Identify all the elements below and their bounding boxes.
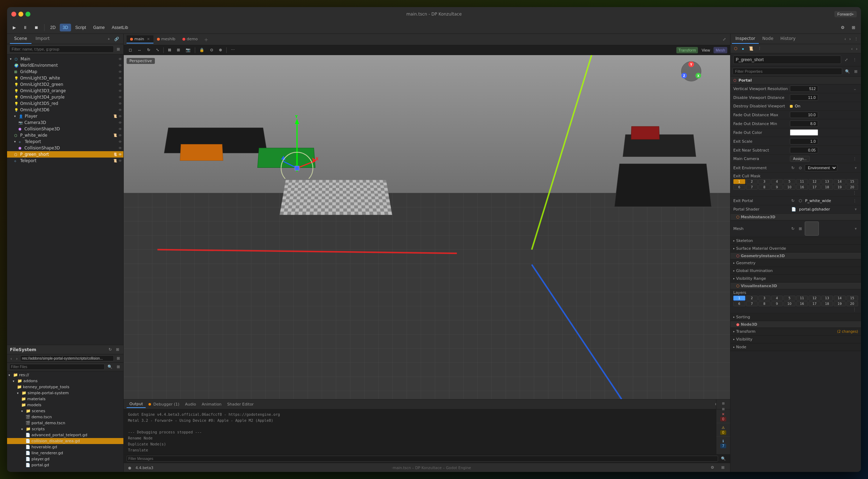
visibility-icon[interactable]: 👁	[118, 76, 122, 80]
fs-item-portaldemo[interactable]: 🎬 portal_demo.tscn	[7, 420, 123, 426]
visibility-icon[interactable]: 👁	[118, 89, 122, 93]
close-button[interactable]	[11, 12, 16, 17]
tab-history[interactable]: History	[777, 34, 799, 44]
prop-more-btn[interactable]: ▾	[853, 207, 858, 212]
tab-import[interactable]: Import	[31, 34, 54, 44]
visibility-icon[interactable]: 👁	[118, 140, 122, 144]
visibility-icon[interactable]: 👁	[118, 64, 122, 67]
layer-8[interactable]: 8	[758, 301, 770, 306]
fs-item-materials[interactable]: 📁 materials	[7, 396, 123, 402]
env-open-btn[interactable]: ⊙	[797, 165, 803, 171]
prop-more-btn[interactable]: ⋮	[851, 190, 858, 195]
inspector-icon-script[interactable]: 📜	[747, 46, 755, 52]
visibility-icon[interactable]: 👁	[118, 95, 122, 99]
cull-cell-3[interactable]: 3	[758, 179, 770, 184]
tree-item-omni4[interactable]: 💡 OmniLight3D4_purple 👁	[7, 94, 123, 100]
toggle-on[interactable]: On	[790, 104, 858, 108]
fs-back-btn[interactable]: ‹	[9, 356, 13, 361]
fs-copy-btn[interactable]: ⊞	[115, 355, 121, 361]
visibility-icon[interactable]: 👁	[118, 121, 122, 125]
console-tab-output[interactable]: Output	[127, 401, 146, 408]
visibility-icon[interactable]: 👁	[118, 70, 122, 74]
vp-rotate-btn[interactable]: ↻	[145, 47, 152, 53]
assetlib-button[interactable]: AssetLib	[109, 24, 131, 31]
fs-item-models[interactable]: 📁 models	[7, 402, 123, 408]
vp-grid-btn[interactable]: ⊞	[175, 47, 182, 53]
inspector-back2-btn[interactable]: ‹	[850, 46, 854, 52]
cull-cell-15[interactable]: 15	[846, 179, 858, 184]
cull-cell-9[interactable]: 9	[771, 185, 783, 190]
gi-section[interactable]: ▸ Global Illumination	[730, 267, 861, 275]
layer-13[interactable]: 13	[821, 296, 833, 301]
filter-settings-btn[interactable]: ⊞	[853, 69, 859, 75]
fs-path-input[interactable]	[20, 355, 114, 361]
maximize-button[interactable]	[25, 12, 30, 17]
inspector-back-btn[interactable]: ‹	[843, 36, 847, 42]
cull-cell-14[interactable]: 14	[834, 179, 846, 184]
mesh-reset-btn[interactable]: ↻	[790, 226, 796, 232]
portal-reset-btn[interactable]: ↻	[790, 198, 796, 204]
cull-cell-16[interactable]: 16	[796, 185, 808, 190]
vp-scale-btn[interactable]: ⤡	[154, 47, 161, 53]
layer-15[interactable]: 15	[846, 296, 858, 301]
fs-item-linerenderer[interactable]: 📄 line_renderer.gd	[7, 450, 123, 456]
filter-properties-input[interactable]	[733, 68, 842, 75]
fs-view-btn[interactable]: ⊞	[115, 364, 121, 370]
cull-cell-7[interactable]: 7	[746, 185, 758, 190]
fs-item-hoverable[interactable]: 📄 hoverable.gd	[7, 444, 123, 450]
vp-camera-btn[interactable]: 📷	[183, 47, 193, 53]
tree-item-collshape1[interactable]: ⬟ CollisionShape3D 👁	[7, 126, 123, 132]
layer-11[interactable]: 11	[796, 296, 808, 301]
tab-node[interactable]: Node	[759, 34, 777, 44]
inspector-more-btn[interactable]: ⋮	[853, 36, 860, 42]
tree-item-pgreenshort[interactable]: ⬡ P_green_short 📜 👁	[7, 151, 123, 158]
visibility-icon[interactable]: 👁	[118, 127, 122, 131]
tab-close[interactable]: ✕	[147, 37, 150, 41]
vp-more1-btn[interactable]: ⋯	[229, 47, 237, 53]
tree-item-camera3d[interactable]: 📷 Camera3D 👁	[7, 119, 123, 126]
fade-min-input[interactable]	[790, 120, 818, 127]
exit-scale-input[interactable]	[790, 138, 818, 144]
visibility-icon[interactable]: 👁	[118, 159, 122, 163]
mode-3d-button[interactable]: 3D	[60, 24, 71, 31]
cull-cell-20[interactable]: 20	[846, 185, 858, 190]
fs-settings-btn[interactable]: ⊞	[115, 347, 121, 353]
viewport-3d[interactable]: Perspective	[124, 55, 730, 399]
script-button[interactable]: Script	[72, 24, 89, 31]
tab-meshlb[interactable]: meshlb	[153, 35, 179, 43]
tree-item-omni6[interactable]: 💡 OmniLight3D6 👁	[7, 107, 123, 113]
tree-item-teleport1[interactable]: ▾ ⟐ Teleport 👁	[7, 138, 123, 145]
layer-12[interactable]: 12	[809, 296, 821, 301]
scene-filter-btn[interactable]: ⊞	[115, 46, 121, 52]
assign-btn[interactable]: Assign...	[790, 156, 810, 162]
visibility-icon[interactable]: 👁	[118, 57, 122, 61]
layer-9[interactable]: 9	[771, 301, 783, 306]
tab-scene[interactable]: Scene	[10, 34, 31, 44]
visibility-icon[interactable]: 👁	[118, 83, 122, 87]
console-filter-input[interactable]	[127, 456, 718, 462]
mode-2d-button[interactable]: 2D	[47, 24, 58, 31]
layer-20[interactable]: 20	[846, 301, 858, 306]
fs-forward-btn[interactable]: ›	[15, 356, 19, 361]
cull-cell-4[interactable]: 4	[771, 179, 783, 184]
status-settings-btn[interactable]: ⚙	[709, 465, 716, 471]
cull-cell-13[interactable]: 13	[821, 179, 833, 184]
node-name-expand-btn[interactable]: ⤢	[843, 57, 849, 63]
vp-move-btn[interactable]: ↔	[135, 47, 144, 53]
vp-pivot-btn[interactable]: ⊕	[217, 47, 224, 53]
inspector-icon-node[interactable]: ●	[740, 46, 746, 52]
prop-more-btn[interactable]: ⋮	[851, 156, 858, 161]
visibility-icon[interactable]: 👁	[118, 153, 122, 156]
vp-mesh-btn[interactable]: Mesh	[713, 47, 727, 53]
console-tab-audio[interactable]: Audio	[182, 401, 199, 408]
tree-item-gridmap[interactable]: ⊞ GridMap 👁	[7, 69, 123, 75]
fs-filter-btn[interactable]: 🔍	[106, 364, 114, 370]
cull-cell-10[interactable]: 10	[783, 185, 796, 190]
vp-transform-btn[interactable]: Transform	[676, 47, 698, 53]
add-node-button[interactable]: +	[106, 36, 111, 42]
tree-item-worldenv[interactable]: 🌍 WorldEnvironment 👁	[7, 62, 123, 69]
layer-4[interactable]: 4	[771, 296, 783, 301]
layer-17[interactable]: 17	[809, 301, 821, 306]
transform-section[interactable]: ▸ Transform (2 changes)	[730, 328, 861, 336]
layer-2[interactable]: 2	[746, 296, 758, 301]
